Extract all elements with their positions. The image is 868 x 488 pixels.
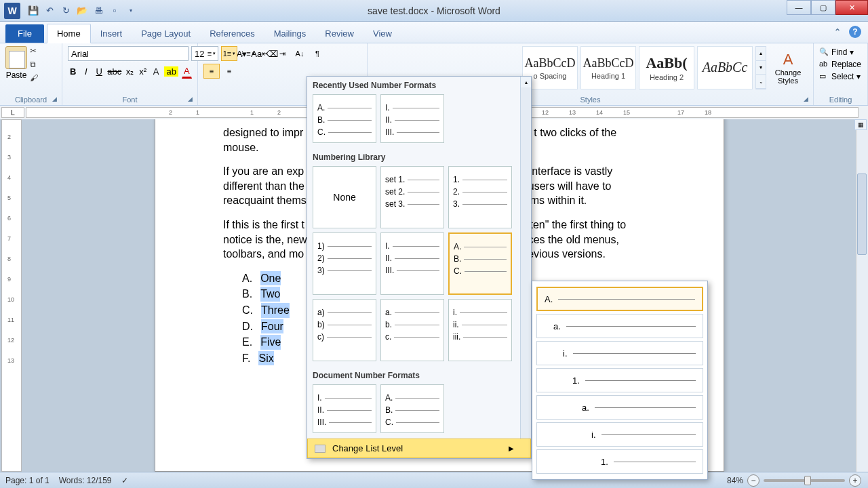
- format-painter-icon[interactable]: 🖌: [30, 73, 41, 84]
- insert-tab[interactable]: Insert: [91, 24, 132, 43]
- font-name-input[interactable]: [68, 46, 189, 61]
- review-tab[interactable]: Review: [315, 24, 363, 43]
- print-icon[interactable]: 🖶: [92, 5, 104, 17]
- minimize-button[interactable]: —: [787, 0, 811, 15]
- level-item-2[interactable]: a.: [536, 314, 703, 338]
- style-title[interactable]: AaBbCc: [697, 46, 753, 89]
- text-effects-icon[interactable]: A: [151, 64, 161, 79]
- level-item-4[interactable]: 1.: [536, 368, 703, 392]
- format-doc-roman[interactable]: I.II.III.: [313, 384, 376, 433]
- styles-launcher-icon[interactable]: ◢: [804, 96, 812, 104]
- format-paren[interactable]: 1)2)3): [313, 232, 376, 295]
- italic-button[interactable]: I: [81, 64, 91, 79]
- level-item-7[interactable]: 1.: [536, 449, 703, 474]
- window-controls: — ▢ ✕: [787, 0, 868, 15]
- minimize-ribbon-icon[interactable]: ⌃: [831, 26, 844, 38]
- replace-button[interactable]: abReplace: [819, 58, 862, 70]
- show-marks-button[interactable]: ¶: [309, 46, 326, 61]
- subscript-button[interactable]: x₂: [125, 64, 135, 79]
- format-abc-lower-paren[interactable]: a)b)c): [313, 299, 376, 361]
- align-center-button[interactable]: ≡: [221, 64, 237, 79]
- select-icon: ▭: [819, 72, 829, 81]
- tab-selector[interactable]: L: [1, 107, 24, 118]
- paste-label: Paste: [6, 70, 27, 80]
- level-item-1[interactable]: A.: [536, 287, 703, 311]
- level-item-5[interactable]: a.: [536, 395, 703, 420]
- vertical-ruler[interactable]: 2345 6789 10111213: [1, 119, 22, 472]
- format-doc-abc[interactable]: A.B.C.: [380, 384, 444, 433]
- zoom-in-button[interactable]: +: [849, 474, 861, 487]
- undo-icon[interactable]: ↶: [43, 5, 56, 17]
- page-status[interactable]: Page: 1 of 1: [5, 476, 50, 485]
- close-button[interactable]: ✕: [835, 0, 868, 15]
- document-formats-header: Document Number Formats: [307, 367, 531, 384]
- home-tab[interactable]: Home: [47, 24, 91, 43]
- underline-button[interactable]: U: [94, 64, 104, 79]
- zoom-slider[interactable]: [764, 479, 845, 482]
- replace-icon: ab: [819, 60, 829, 69]
- view-tab[interactable]: View: [363, 24, 401, 43]
- format-abc-lower-dot[interactable]: a.b.c.: [380, 299, 444, 361]
- page-layout-tab[interactable]: Page Layout: [132, 24, 200, 43]
- open-icon[interactable]: 📂: [76, 5, 88, 17]
- change-level-icon: [315, 445, 326, 453]
- format-roman-lib[interactable]: I.II.III.: [380, 232, 444, 295]
- new-doc-icon[interactable]: ▫: [108, 5, 121, 17]
- mailings-tab[interactable]: Mailings: [264, 24, 316, 43]
- highlight-color-icon[interactable]: ab: [164, 64, 179, 79]
- font-launcher-icon[interactable]: ◢: [188, 96, 196, 104]
- superscript-button[interactable]: x²: [138, 64, 148, 79]
- zoom-level[interactable]: 84%: [727, 476, 743, 485]
- help-icon[interactable]: ?: [849, 26, 861, 38]
- align-left-button[interactable]: ≡: [203, 64, 220, 79]
- paste-button[interactable]: Paste: [5, 46, 27, 84]
- bullets-button[interactable]: ≡▾: [203, 46, 220, 61]
- toggle-ruler-button[interactable]: ▦: [854, 119, 867, 130]
- dropdown-scrollbar[interactable]: ▴ ▾: [520, 77, 531, 458]
- change-styles-button[interactable]: A Change Styles: [769, 46, 807, 89]
- format-set[interactable]: set 1.set 2.set 3.: [380, 166, 444, 228]
- word-count[interactable]: Words: 12/159: [59, 476, 112, 485]
- status-bar: Page: 1 of 1 Words: 12/159 ✓ 84% − +: [0, 472, 868, 488]
- format-abc-upper[interactable]: A.B.C.: [448, 232, 512, 295]
- bold-button[interactable]: B: [68, 64, 78, 79]
- strikethrough-button[interactable]: abc: [107, 64, 122, 79]
- numbering-button[interactable]: 1≡▾: [221, 46, 237, 61]
- redo-icon[interactable]: ↻: [60, 5, 72, 17]
- multilevel-list-button[interactable]: ⋮≡▾: [239, 46, 255, 61]
- sort-button[interactable]: A↓: [292, 46, 308, 61]
- decrease-indent-button[interactable]: ⇤: [256, 46, 273, 61]
- level-item-3[interactable]: i.: [536, 341, 703, 365]
- format-num[interactable]: 1.2.3.: [448, 166, 512, 228]
- select-button[interactable]: ▭Select ▾: [819, 70, 862, 83]
- font-group: A▴ A▾ Aa ⌫ B I U abc x₂ x² A ab A Font ◢: [62, 43, 198, 105]
- level-item-6[interactable]: i.: [536, 422, 703, 447]
- vertical-scrollbar[interactable]: [856, 119, 868, 472]
- references-tab[interactable]: References: [200, 24, 264, 43]
- title-bar: W 💾 ↶ ↻ 📂 🖶 ▫ ▾ save test.docx - Microso…: [0, 0, 868, 22]
- copy-icon[interactable]: ⧉: [30, 60, 41, 70]
- style-heading2[interactable]: AaBb( Heading 2: [639, 46, 694, 89]
- scrollbar-thumb[interactable]: [857, 174, 867, 255]
- zoom-out-button[interactable]: −: [747, 474, 760, 487]
- maximize-button[interactable]: ▢: [811, 0, 835, 15]
- font-color-icon[interactable]: A: [182, 64, 192, 79]
- find-button[interactable]: 🔍Find ▾: [819, 46, 862, 58]
- clipboard-launcher-icon[interactable]: ◢: [52, 96, 60, 104]
- increase-indent-button[interactable]: ⇥: [274, 46, 290, 61]
- find-icon: 🔍: [819, 47, 829, 57]
- window-title: save test.docx - Microsoft Word: [368, 5, 500, 16]
- format-roman-lower[interactable]: i.ii.iii.: [448, 299, 512, 361]
- style-heading1[interactable]: AaBbCcD Heading 1: [580, 46, 636, 89]
- spellcheck-icon[interactable]: ✓: [121, 476, 128, 485]
- cut-icon[interactable]: ✂: [30, 46, 41, 57]
- format-recent-roman[interactable]: I.II.III.: [380, 94, 444, 143]
- format-recent-abc[interactable]: A.B.C.: [313, 94, 376, 143]
- change-list-level-item[interactable]: Change List Level ▶: [307, 439, 531, 458]
- qat-customize-icon[interactable]: ▾: [125, 5, 137, 17]
- file-tab[interactable]: File: [5, 24, 44, 43]
- format-none[interactable]: None: [313, 166, 376, 228]
- styles-scroll[interactable]: ▴▾⌄: [755, 46, 766, 89]
- save-icon[interactable]: 💾: [27, 5, 39, 17]
- numbering-dropdown: ▴ ▾ Recently Used Number Formats A.B.C. …: [307, 76, 532, 459]
